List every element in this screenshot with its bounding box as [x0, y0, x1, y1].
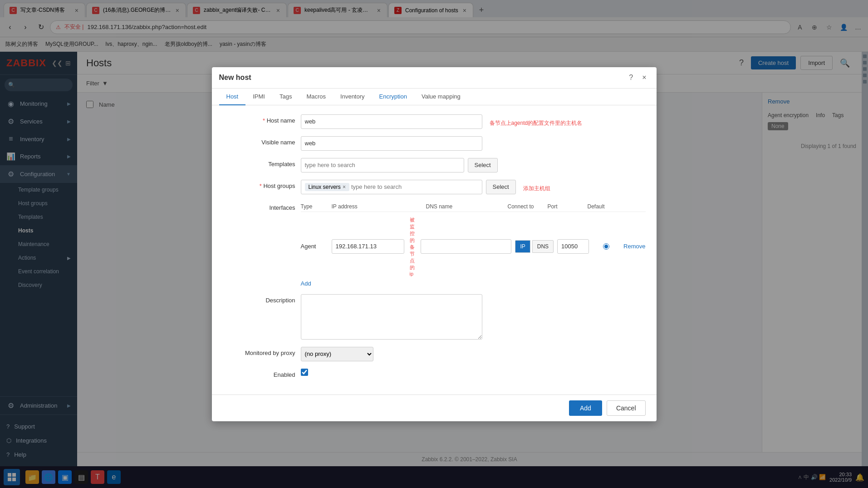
col-action-header [618, 203, 646, 210]
tab-tags[interactable]: Tags [272, 89, 299, 105]
host-groups-field-wrap: Linux servers × Select 添加主机组 [301, 180, 550, 194]
col-connect-header: Connect to [508, 203, 544, 210]
tab-value-mapping[interactable]: Value mapping [414, 89, 468, 105]
tag-remove-button[interactable]: × [343, 184, 346, 190]
modal-header-actions: ? × [626, 73, 649, 83]
agent-ip-wrap: 被监控的备节点的ip [332, 217, 417, 276]
tab-host[interactable]: Host [219, 89, 246, 105]
interface-agent-row: Agent 被监控的备节点的ip IP DNS [301, 215, 646, 278]
interfaces-label: Interfaces [223, 202, 295, 211]
visible-name-label: Visible name [223, 136, 295, 146]
agent-dns-input[interactable] [421, 239, 511, 254]
agent-ip-input[interactable] [332, 239, 404, 254]
host-name-input[interactable] [301, 114, 482, 129]
modal-help-button[interactable]: ? [626, 73, 636, 83]
templates-field-wrap: Select [301, 158, 498, 173]
host-groups-label: Host groups [223, 180, 295, 189]
col-type-header: Type [301, 203, 328, 210]
visible-name-input[interactable] [301, 136, 482, 151]
interfaces-row: Interfaces Type IP address DNS name Conn… [223, 202, 646, 287]
templates-select-button[interactable]: Select [468, 158, 498, 173]
col-default-header: Default [588, 203, 615, 210]
modal-header: New host ? × [212, 67, 657, 89]
host-name-row: Host name 备节点上agentd的配置文件里的主机名 [223, 114, 646, 129]
interfaces-content: Type IP address DNS name Connect to Port… [301, 202, 646, 287]
proxy-row: Monitored by proxy (no proxy) [223, 347, 646, 361]
host-name-label: Host name [223, 114, 295, 124]
remove-interface-link[interactable]: Remove [623, 243, 645, 250]
cancel-button[interactable]: Cancel [607, 400, 646, 416]
new-host-modal: New host ? × Host IPMI Tags Macros Inven… [212, 67, 657, 421]
tab-macros[interactable]: Macros [299, 89, 333, 105]
add-interface-link[interactable]: Add [301, 280, 311, 287]
connect-ip-button[interactable]: IP [515, 240, 530, 253]
tab-ipmi[interactable]: IPMI [245, 89, 272, 105]
tab-inventory[interactable]: Inventory [333, 89, 372, 105]
agent-ip-annotation: 被监控的备节点的ip [410, 217, 417, 276]
enabled-checkbox-wrap [301, 369, 308, 376]
description-row: Description [223, 294, 646, 340]
templates-input[interactable] [301, 158, 464, 173]
host-groups-annotation: 添加主机组 [523, 181, 550, 192]
enabled-row: Enabled [223, 369, 646, 378]
host-name-field-wrap: 备节点上agentd的配置文件里的主机名 [301, 114, 583, 129]
proxy-select[interactable]: (no proxy) [301, 347, 373, 361]
modal-tabs: Host IPMI Tags Macros Inventory Encrypti… [212, 89, 657, 105]
templates-row: Templates Select [223, 158, 646, 173]
col-ip-header: IP address [332, 203, 422, 210]
default-radio-wrap [593, 243, 620, 250]
enabled-label: Enabled [223, 369, 295, 378]
default-radio[interactable] [603, 243, 609, 250]
visible-name-row: Visible name [223, 136, 646, 151]
host-groups-row: Host groups Linux servers × Select 添加主机组 [223, 180, 646, 194]
description-textarea[interactable] [301, 294, 482, 340]
col-port-header: Port [548, 203, 584, 210]
modal-close-button[interactable]: × [639, 73, 649, 83]
agent-type-label: Agent [301, 243, 328, 250]
tab-encryption[interactable]: Encryption [372, 89, 414, 105]
host-groups-search-input[interactable] [351, 183, 478, 190]
host-name-annotation: 备节点上agentd的配置文件里的主机名 [490, 116, 583, 127]
modal-title: New host [219, 74, 627, 82]
modal-body: Host name 备节点上agentd的配置文件里的主机名 Visible n… [212, 105, 657, 394]
linux-servers-tag: Linux servers × [305, 183, 349, 191]
host-groups-tag-input[interactable]: Linux servers × [301, 180, 482, 194]
connect-to-buttons: IP DNS [515, 240, 554, 253]
modal-footer: Add Cancel [212, 394, 657, 421]
enabled-checkbox[interactable] [301, 369, 308, 376]
host-groups-select-button[interactable]: Select [486, 180, 516, 194]
col-dns-header: DNS name [426, 203, 504, 210]
interfaces-header: Type IP address DNS name Connect to Port… [301, 202, 646, 212]
proxy-label: Monitored by proxy [223, 347, 295, 356]
agent-port-input[interactable] [557, 239, 589, 254]
templates-label: Templates [223, 158, 295, 168]
connect-dns-button[interactable]: DNS [532, 240, 554, 253]
add-button[interactable]: Add [569, 400, 602, 416]
tag-label: Linux servers [309, 184, 341, 190]
modal-overlay[interactable]: New host ? × Host IPMI Tags Macros Inven… [0, 0, 868, 488]
description-label: Description [223, 294, 295, 304]
